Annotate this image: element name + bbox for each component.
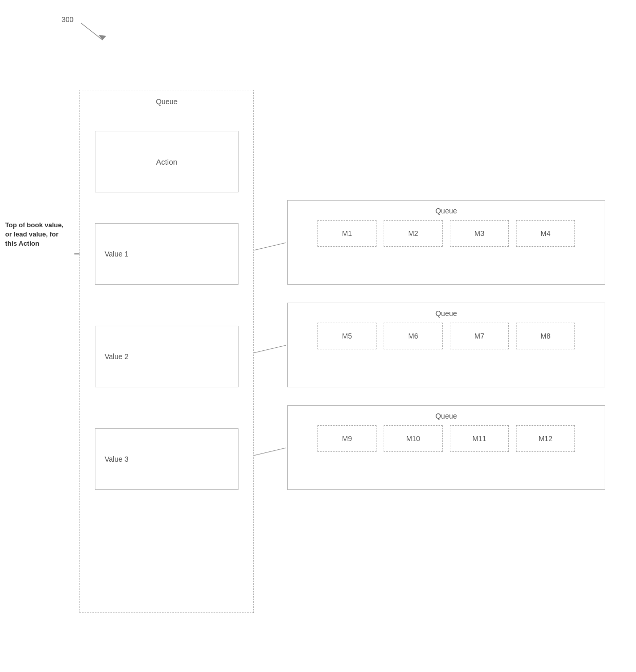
message-cell-m10: M10 (384, 425, 443, 452)
message-cell-m6: M6 (384, 323, 443, 349)
right-queue-1: Queue M1 M2 M3 M4 (287, 200, 605, 285)
action-box: Action (95, 131, 239, 192)
message-row-3: M9 M10 M11 M12 (288, 425, 605, 452)
value2-box: Value 2 (95, 326, 239, 387)
message-cell-m5: M5 (317, 323, 376, 349)
message-row-2: M5 M6 M7 M8 (288, 323, 605, 349)
message-cell-m3: M3 (450, 220, 509, 247)
right-queue-3: Queue M9 M10 M11 M12 (287, 405, 605, 490)
right-queue-1-label: Queue (288, 201, 605, 215)
value3-label: Value 3 (105, 455, 128, 463)
message-cell-m2: M2 (384, 220, 443, 247)
right-queue-3-label: Queue (288, 406, 605, 420)
right-queue-2: Queue M5 M6 M7 M8 (287, 303, 605, 387)
message-row-1: M1 M2 M3 M4 (288, 220, 605, 247)
message-cell-m1: M1 (317, 220, 376, 247)
value2-label: Value 2 (105, 352, 128, 361)
message-cell-m9: M9 (317, 425, 376, 452)
message-cell-m7: M7 (450, 323, 509, 349)
message-cell-m12: M12 (516, 425, 575, 452)
right-queue-2-label: Queue (288, 303, 605, 318)
message-cell-m8: M8 (516, 323, 575, 349)
value1-label: Value 1 (105, 250, 128, 258)
ref-number: 300 (62, 15, 73, 24)
message-cell-m4: M4 (516, 220, 575, 247)
message-cell-m11: M11 (450, 425, 509, 452)
value1-box: Value 1 (95, 223, 239, 285)
value3-box: Value 3 (95, 428, 239, 490)
diagram-container: 300 Queue Action Value 1 Value 2 Value 3… (0, 0, 636, 672)
main-queue-label: Queue (80, 90, 253, 106)
svg-marker-1 (98, 35, 106, 40)
action-label: Action (156, 157, 177, 166)
svg-line-0 (81, 23, 103, 40)
side-label: Top of book value, or lead value, for th… (5, 221, 72, 249)
